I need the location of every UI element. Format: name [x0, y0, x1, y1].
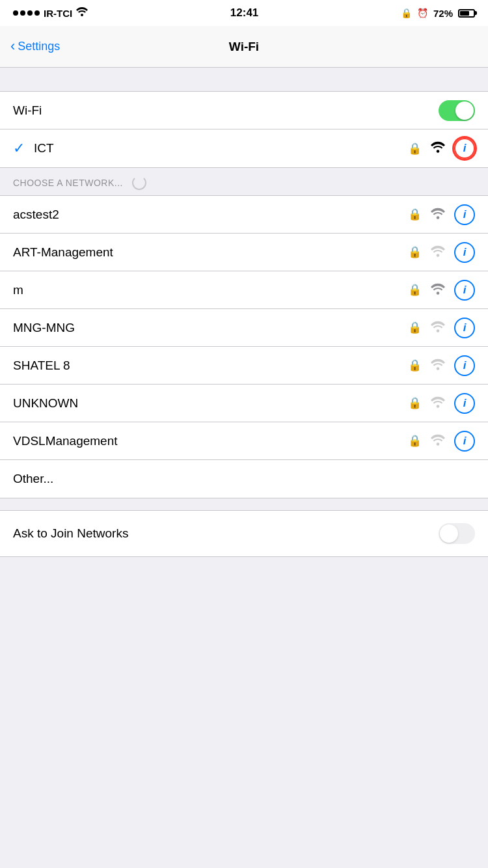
toggle-knob [455, 102, 474, 120]
network-wifi-icon [431, 245, 445, 260]
wifi-toggle-label: Wi-Fi [13, 103, 439, 118]
network-lock-icon: 🔒 [408, 245, 422, 259]
network-row[interactable]: ART-Management 🔒 i [0, 234, 488, 271]
ask-to-join-label: Ask to Join Networks [13, 526, 439, 541]
status-right: 🔒 ⏰ 72% [401, 8, 475, 19]
network-row[interactable]: MNG-MNG 🔒 i [0, 309, 488, 347]
network-row[interactable]: acstest2 🔒 i [0, 196, 488, 234]
status-time: 12:41 [230, 7, 258, 20]
svg-point-8 [437, 442, 440, 446]
network-row-right: 🔒 i [408, 204, 475, 225]
ask-to-join-toggle-knob [440, 524, 458, 543]
svg-point-3 [437, 254, 440, 257]
network-info-button[interactable]: i [454, 393, 475, 414]
network-wifi-icon [431, 359, 445, 373]
network-wifi-icon [431, 434, 445, 448]
lock-status-icon: 🔒 [401, 8, 412, 18]
network-row[interactable]: SHATEL 8 🔒 i [0, 347, 488, 385]
network-name: UNKNOWN [13, 396, 408, 411]
network-section-header: CHOOSE A NETWORK... [0, 168, 488, 195]
svg-point-2 [437, 216, 440, 219]
status-bar: IR-TCI 12:41 🔒 ⏰ 72% [0, 0, 488, 26]
svg-point-6 [437, 367, 440, 370]
page-title: Wi-Fi [229, 40, 259, 54]
network-info-button[interactable]: i [454, 355, 475, 376]
network-info-button[interactable]: i [454, 431, 475, 452]
network-row[interactable]: VDSLManagement 🔒 i [0, 422, 488, 460]
network-lock-icon: 🔒 [408, 283, 422, 297]
svg-point-7 [437, 405, 440, 408]
network-name: SHATEL 8 [13, 359, 408, 373]
connected-wifi-icon [431, 141, 445, 156]
network-wifi-icon [431, 208, 445, 222]
status-wifi-icon [76, 7, 88, 19]
carrier-name: IR-TCI [44, 8, 72, 19]
network-name: m [13, 283, 408, 297]
network-name: VDSLManagement [13, 434, 408, 448]
wifi-toggle-switch[interactable] [439, 100, 475, 121]
ask-to-join-section: Ask to Join Networks [0, 510, 488, 557]
network-lock-icon: 🔒 [408, 396, 422, 410]
network-info-button[interactable]: i [454, 318, 475, 338]
alarm-status-icon: ⏰ [417, 8, 428, 18]
signal-dots [13, 10, 40, 16]
network-row-right: 🔒 i [408, 318, 475, 338]
network-info-button[interactable]: i [454, 204, 475, 225]
network-wifi-icon [431, 321, 445, 335]
network-row[interactable]: m 🔒 i [0, 271, 488, 309]
network-lock-icon: 🔒 [408, 434, 422, 448]
choose-network-label: CHOOSE A NETWORK... [13, 178, 123, 188]
network-wifi-icon [431, 283, 445, 297]
battery-percent: 72% [433, 8, 453, 19]
svg-point-4 [437, 292, 440, 295]
connected-network-info-button[interactable]: i [454, 138, 475, 159]
connected-lock-icon: 🔒 [408, 142, 422, 156]
svg-point-5 [437, 329, 440, 332]
ask-to-join-toggle[interactable] [439, 523, 475, 544]
network-row-right: 🔒 i [408, 393, 475, 414]
connected-network-name: ICT [34, 141, 408, 156]
network-row-right: 🔒 i [408, 431, 475, 452]
other-network-row[interactable]: Other... [0, 460, 488, 498]
network-lock-icon: 🔒 [408, 359, 422, 372]
back-chevron-icon: ‹ [10, 39, 15, 53]
network-row-right: 🔒 i [408, 280, 475, 301]
network-lock-icon: 🔒 [408, 321, 422, 334]
network-name: ART-Management [13, 245, 408, 260]
wifi-toggle-section: Wi-Fi ✓ ICT 🔒 i [0, 91, 488, 168]
network-name: MNG-MNG [13, 321, 408, 335]
connected-checkmark-icon: ✓ [13, 140, 25, 157]
network-info-button[interactable]: i [454, 280, 475, 301]
network-row-right: 🔒 i [408, 355, 475, 376]
wifi-toggle-right [439, 100, 475, 121]
status-left: IR-TCI [13, 7, 88, 19]
network-list: acstest2 🔒 i ART-Management 🔒 [0, 195, 488, 498]
connected-network-right: 🔒 i [408, 138, 475, 159]
battery-icon-block [458, 9, 475, 18]
network-row-right: 🔒 i [408, 242, 475, 263]
top-section-gap [0, 68, 488, 91]
wifi-toggle-row: Wi-Fi [0, 92, 488, 129]
network-name: acstest2 [13, 208, 408, 222]
network-lock-icon: 🔒 [408, 208, 422, 221]
nav-bar: ‹ Settings Wi-Fi [0, 26, 488, 68]
back-button[interactable]: ‹ Settings [10, 40, 60, 53]
network-info-button[interactable]: i [454, 242, 475, 263]
back-label: Settings [18, 40, 60, 53]
svg-point-1 [437, 150, 440, 153]
svg-point-0 [81, 14, 83, 16]
loading-spinner [132, 176, 146, 190]
connected-network-row: ✓ ICT 🔒 i [0, 129, 488, 167]
network-row[interactable]: UNKNOWN 🔒 i [0, 385, 488, 422]
other-network-label: Other... [13, 472, 475, 486]
network-wifi-icon [431, 396, 445, 411]
